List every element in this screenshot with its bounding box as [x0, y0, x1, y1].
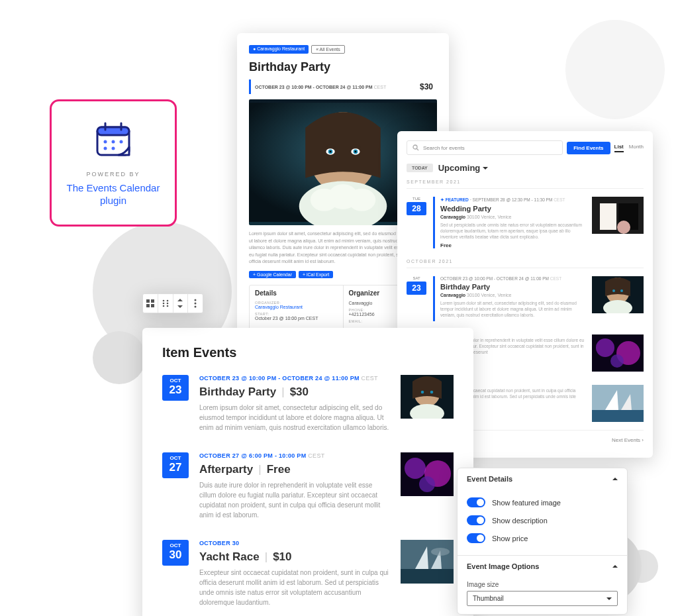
settings-panel: Event Details Show featured image Show d…: [457, 468, 628, 615]
block-toolbar: [142, 293, 203, 313]
google-calendar-button[interactable]: + Google Calendar: [249, 271, 296, 278]
search-icon: [412, 144, 419, 151]
event-thumbnail: [401, 540, 454, 584]
item-event-row[interactable]: OCT23 OCTOBER 23 @ 10:00 PM - OCTOBER 24…: [162, 375, 454, 433]
plugin-name-link[interactable]: The Events Calendar plugin: [52, 181, 175, 207]
ical-export-button[interactable]: + iCal Export: [299, 271, 333, 278]
svg-point-33: [195, 303, 197, 305]
svg-point-7: [104, 146, 107, 150]
event-title: Birthday Party: [249, 60, 437, 74]
search-input[interactable]: Search for events: [407, 140, 563, 155]
svg-point-26: [162, 300, 164, 302]
svg-point-28: [162, 303, 164, 305]
today-button[interactable]: TODAY: [407, 164, 433, 172]
svg-point-14: [330, 150, 332, 152]
month-view-tab[interactable]: Month: [629, 144, 644, 152]
show-price-toggle[interactable]: [467, 533, 485, 543]
event-list-item[interactable]: SAT23 OCTOBER 23 @ 10:00 PM - OCTOBER 24…: [407, 270, 644, 327]
details-heading: Details: [255, 289, 338, 297]
event-thumbnail: [592, 334, 644, 372]
event-thumbnail: [592, 385, 644, 422]
svg-point-32: [195, 299, 197, 301]
svg-line-36: [417, 149, 419, 151]
image-size-select[interactable]: Thumbnail: [467, 591, 618, 606]
event-thumbnail: [592, 276, 644, 313]
event-thumbnail: [401, 452, 454, 496]
svg-rect-25: [151, 304, 154, 307]
svg-point-35: [413, 145, 417, 149]
drag-handle-icon[interactable]: [158, 294, 173, 313]
venue-tag[interactable]: ● Caravaggio Restaurant: [249, 45, 309, 54]
event-date-range: OCTOBER 23 @ 10:00 PM - OCTOBER 24 @ 11:…: [255, 85, 373, 89]
image-options-section-toggle[interactable]: Event Image Options: [458, 556, 627, 577]
move-updown-icon[interactable]: [173, 294, 188, 313]
item-events-panel: Item Events OCT23 OCTOBER 23 @ 10:00 PM …: [142, 328, 473, 616]
item-event-row[interactable]: OCT27 OCTOBER 27 @ 6:00 PM - 10:00 PM CE…: [162, 452, 454, 520]
upcoming-dropdown[interactable]: Upcoming: [438, 163, 489, 173]
svg-point-17: [355, 150, 357, 152]
svg-rect-1: [97, 127, 129, 135]
svg-rect-51: [592, 410, 644, 422]
svg-rect-23: [151, 299, 154, 303]
grid-icon[interactable]: [143, 294, 158, 313]
svg-point-6: [120, 140, 123, 143]
all-events-link[interactable]: « All Events: [311, 45, 345, 54]
svg-point-21: [348, 189, 376, 211]
event-details-section-toggle[interactable]: Event Details: [458, 468, 627, 489]
svg-point-67: [431, 548, 450, 556]
section-title: Item Events: [162, 345, 454, 360]
event-list-item[interactable]: TUE28 ✦ FEATURED · SEPTEMBER 28 @ 12:30 …: [407, 190, 644, 255]
more-options-icon[interactable]: [187, 294, 203, 313]
chevron-up-icon: [612, 478, 618, 480]
calendar-icon: [92, 119, 134, 162]
svg-point-40: [617, 221, 630, 234]
svg-point-49: [610, 354, 624, 368]
svg-point-29: [166, 303, 168, 305]
svg-point-62: [419, 476, 435, 492]
svg-point-31: [166, 305, 168, 307]
plugin-badge: POWERED BY The Events Calendar plugin: [50, 99, 177, 227]
svg-point-57: [430, 391, 434, 394]
svg-point-34: [195, 306, 197, 308]
svg-rect-22: [146, 299, 150, 303]
svg-point-8: [112, 146, 115, 150]
show-description-toggle[interactable]: [467, 515, 485, 525]
next-events-link[interactable]: Next Events ›: [612, 437, 644, 443]
svg-point-44: [620, 289, 623, 292]
svg-rect-38: [600, 203, 616, 230]
item-event-row[interactable]: OCT30 OCTOBER 30 Yacht Race|$10 Excepteu…: [162, 540, 454, 607]
svg-point-30: [162, 305, 164, 307]
event-thumbnail: [592, 197, 644, 234]
chevron-down-icon: [483, 167, 488, 170]
chevron-down-icon: [606, 597, 612, 600]
find-events-button[interactable]: Find Events: [567, 142, 610, 154]
svg-rect-24: [146, 304, 150, 307]
event-price: $30: [420, 82, 433, 91]
svg-point-56: [421, 391, 424, 394]
powered-by-label: POWERED BY: [86, 171, 140, 178]
show-featured-image-toggle[interactable]: [467, 497, 485, 507]
svg-point-60: [405, 458, 426, 479]
organizer-link[interactable]: Caravaggio Restaurant: [255, 305, 338, 309]
list-view-tab[interactable]: List: [614, 144, 624, 152]
svg-point-4: [104, 140, 107, 143]
svg-rect-64: [401, 569, 454, 584]
svg-point-43: [612, 289, 615, 292]
svg-point-5: [112, 140, 115, 143]
event-thumbnail: [401, 375, 454, 419]
chevron-up-icon: [612, 565, 618, 568]
featured-badge: ✦ FEATURED: [440, 197, 469, 202]
svg-point-27: [166, 300, 168, 302]
svg-point-47: [596, 338, 614, 357]
